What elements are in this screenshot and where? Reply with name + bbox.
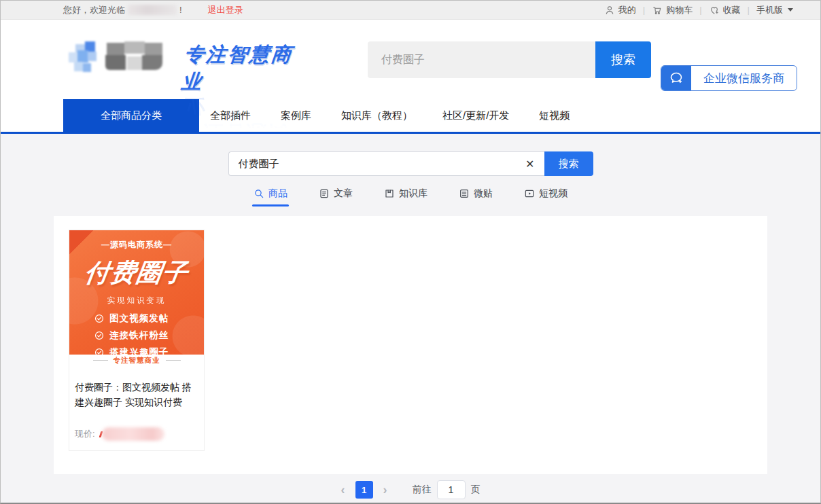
blurred-price [102,427,164,441]
book-icon [384,188,395,199]
topbar-item-favorites[interactable]: 收藏 [709,4,741,16]
product-price-row: 现价: [69,410,204,450]
header-search-input[interactable] [368,41,595,78]
chevron-down-icon [788,8,793,12]
topbar-item-label: 我的 [618,4,636,16]
check-circle-icon [94,331,104,340]
article-icon [319,188,330,199]
site-header: 专注智慧商业 专注智慧商业 搜索 企业微信服务商 [1,20,820,99]
page-number-button[interactable]: 1 [355,481,373,499]
nav-all-categories[interactable]: 全部商品分类 [63,99,199,132]
nav-item-community[interactable]: 社区/更新/开发 [442,109,509,122]
next-page-icon[interactable]: › [383,481,387,499]
blurred-username [128,5,177,15]
banner-feature: 图文视频发帖 [94,312,169,325]
tab-label: 文章 [334,187,353,200]
nav-item-knowledge[interactable]: 知识库（教程） [341,109,413,122]
tab-articles[interactable]: 文章 [319,187,353,206]
wecom-badge-label: 企业微信服务商 [691,71,797,86]
tab-products[interactable]: 商品 [254,187,287,206]
topbar-item-mobile-version[interactable]: 手机版 [756,4,793,16]
main-navigation: 全部商品分类 全部插件 案例库 知识库（教程） 社区/更新/开发 短视频 [1,99,820,132]
page-unit-label: 页 [471,484,481,496]
banner-feature: 连接铁杆粉丝 [94,329,169,342]
banner-title: 付费圈子 [82,256,190,290]
brand-slogan: 专注智慧商业 专注智慧商业 [183,41,305,146]
brand-slogan-reflection: 专注智慧商业 [180,92,308,146]
brand-slogan-text: 专注智慧商业 [180,41,308,96]
topbar-item-cart[interactable]: 购物车 [652,4,693,16]
banner-footer: 专注智慧商业 [69,355,204,366]
greeting-suffix: ! [179,5,182,15]
tab-label: 短视频 [539,187,567,200]
user-icon [604,5,615,16]
topbar-item-label: 收藏 [723,4,741,16]
banner-tagline: —源码电商系统— [101,239,172,251]
greeting-text: 您好，欢迎光临 [63,4,125,16]
logout-link[interactable]: 退出登录 [208,4,243,16]
topbar-item-label: 购物车 [666,4,693,16]
goto-page-input[interactable] [437,480,466,499]
prev-page-icon[interactable]: ‹ [341,481,345,499]
notes-icon [459,188,470,199]
tab-knowledge[interactable]: 知识库 [384,187,427,206]
banner-subtitle: 实现知识变现 [107,295,167,306]
content-search-input[interactable] [239,158,525,170]
tab-label: 微贴 [474,187,493,200]
check-circle-icon [94,314,104,323]
topbar: 您好，欢迎光临 ! 退出登录 我的 | 购物车 | 收藏 | 手机版 [1,1,820,20]
product-title: 付费圈子：图文视频发帖 搭建兴趣圈子 实现知识付费 [69,366,204,410]
separator: | [748,5,750,15]
heart-icon [709,5,720,16]
tab-label: 知识库 [399,187,427,200]
product-banner-image: —源码电商系统— 付费圈子 实现知识变现 图文视频发帖 连接铁杆粉丝 搭建兴趣圈… [69,230,204,366]
tab-label: 商品 [268,187,287,200]
close-icon[interactable]: ✕ [524,158,536,170]
results-panel: —源码电商系统— 付费圈子 实现知识变现 图文视频发帖 连接铁杆粉丝 搭建兴趣圈… [54,216,767,474]
header-search-button[interactable]: 搜索 [595,41,651,78]
tab-microposts[interactable]: 微贴 [459,187,493,206]
logo-blurred-image [69,40,171,75]
nav-item-shortvideo[interactable]: 短视频 [539,109,570,122]
topbar-item-my[interactable]: 我的 [604,4,636,16]
video-icon [524,188,535,199]
separator: | [699,5,701,15]
result-tabs: 商品 文章 知识库 微贴 短视频 [1,187,820,206]
main-content: ✕ 搜索 商品 文章 知识库 微贴 短视频 —源码电商系统— 付费圈 [1,134,820,503]
pagination: ‹ 1 › 前往 页 [1,480,820,499]
content-search-button[interactable]: 搜索 [544,151,593,176]
tab-shortvideo[interactable]: 短视频 [524,187,567,206]
cart-icon [652,5,663,16]
topbar-item-label: 手机版 [756,4,783,16]
price-label: 现价: [75,428,95,440]
separator: | [643,5,645,15]
header-search: 搜索 [368,41,651,78]
site-logo[interactable] [69,40,171,75]
product-card[interactable]: —源码电商系统— 付费圈子 实现知识变现 图文视频发帖 连接铁杆粉丝 搭建兴趣圈… [69,230,205,451]
content-search: ✕ 搜索 [228,151,593,176]
wecom-chat-icon [661,65,691,91]
goto-label: 前往 [413,484,432,496]
wecom-service-badge[interactable]: 企业微信服务商 [661,65,797,91]
search-icon [254,188,264,199]
